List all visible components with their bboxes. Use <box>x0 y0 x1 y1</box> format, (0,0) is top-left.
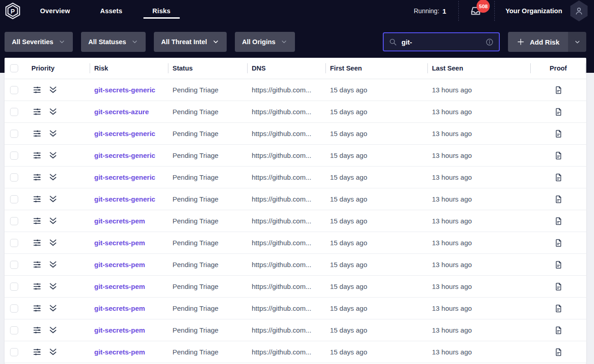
row-checkbox[interactable] <box>10 195 18 203</box>
risk-name-link[interactable]: git-secrets-generic <box>94 195 155 203</box>
running-jobs-indicator[interactable]: Running: 1 <box>414 7 446 15</box>
info-icon[interactable] <box>485 38 494 46</box>
proof-document-button[interactable] <box>553 260 564 270</box>
proof-document-button[interactable] <box>553 216 564 226</box>
column-header-priority[interactable]: Priority <box>27 58 90 79</box>
user-avatar[interactable] <box>569 0 589 21</box>
add-risk-button[interactable]: Add Risk <box>508 32 568 52</box>
row-checkbox[interactable] <box>10 130 18 138</box>
risk-cell: git-secrets-pem <box>90 304 168 312</box>
priority-adjust-button[interactable] <box>32 151 42 161</box>
proof-document-button[interactable] <box>553 347 564 357</box>
brand-logo-icon: P <box>5 2 21 20</box>
expand-row-button[interactable] <box>48 216 58 226</box>
proof-document-button[interactable] <box>553 282 564 292</box>
expand-row-button[interactable] <box>48 325 58 335</box>
proof-document-button[interactable] <box>553 303 564 313</box>
filter-origins-dropdown[interactable]: All Origins <box>235 32 295 52</box>
filter-statuses-dropdown[interactable]: All Statuses <box>81 32 146 52</box>
risk-name-link[interactable]: git-secrets-pem <box>94 217 145 225</box>
risk-name-link[interactable]: git-secrets-azure <box>94 108 149 116</box>
document-icon <box>554 260 563 269</box>
row-checkbox[interactable] <box>10 217 18 225</box>
row-checkbox[interactable] <box>10 283 18 291</box>
expand-row-button[interactable] <box>48 129 58 139</box>
risk-name-link[interactable]: git-secrets-generic <box>94 86 155 94</box>
proof-document-button[interactable] <box>553 238 564 248</box>
column-header-status[interactable]: Status <box>168 58 247 79</box>
row-checkbox[interactable] <box>10 326 18 334</box>
row-checkbox[interactable] <box>10 108 18 116</box>
risk-name-link[interactable]: git-secrets-pem <box>94 261 145 268</box>
nav-item-overview[interactable]: Overview <box>31 0 79 22</box>
priority-adjust-button[interactable] <box>32 303 42 313</box>
risk-cell: git-secrets-generic <box>90 152 168 159</box>
search-input[interactable] <box>401 38 481 46</box>
row-checkbox[interactable] <box>10 173 18 182</box>
proof-document-button[interactable] <box>553 172 564 182</box>
expand-row-button[interactable] <box>48 194 58 204</box>
proof-document-button[interactable] <box>553 107 564 117</box>
add-risk-menu-button[interactable] <box>568 32 586 52</box>
expand-row-button[interactable] <box>48 303 58 313</box>
nav-item-assets[interactable]: Assets <box>91 0 132 22</box>
expand-row-button[interactable] <box>48 260 58 270</box>
filter-threat-intel-dropdown[interactable]: All Threat Intel <box>154 32 227 52</box>
expand-row-button[interactable] <box>48 107 58 117</box>
priority-adjust-button[interactable] <box>32 129 42 139</box>
priority-adjust-button[interactable] <box>32 282 42 292</box>
expand-row-button[interactable] <box>48 238 58 248</box>
proof-document-button[interactable] <box>553 194 564 204</box>
nav-item-risks[interactable]: Risks <box>143 0 180 22</box>
notifications-button[interactable]: 508 <box>469 5 482 17</box>
risk-name-link[interactable]: git-secrets-pem <box>94 304 145 312</box>
priority-adjust-button[interactable] <box>32 172 42 182</box>
status-cell: Pending Triage <box>168 86 247 94</box>
risk-name-link[interactable]: git-secrets-generic <box>94 130 155 137</box>
expand-row-button[interactable] <box>48 172 58 182</box>
chevron-down-icon <box>131 38 138 46</box>
risk-name-link[interactable]: git-secrets-pem <box>94 326 145 334</box>
proof-document-button[interactable] <box>553 325 564 335</box>
row-checkbox[interactable] <box>10 86 18 94</box>
row-checkbox[interactable] <box>10 304 18 313</box>
column-header-last-seen[interactable]: Last Seen <box>427 58 530 79</box>
proof-document-button[interactable] <box>553 151 564 161</box>
row-select-cell <box>5 239 27 247</box>
expand-row-button[interactable] <box>48 347 58 357</box>
row-checkbox[interactable] <box>10 261 18 269</box>
priority-adjust-button[interactable] <box>32 347 42 357</box>
proof-document-button[interactable] <box>553 129 564 139</box>
proof-document-button[interactable] <box>553 85 564 95</box>
row-checkbox[interactable] <box>10 152 18 160</box>
chevron-down-icon <box>58 38 66 46</box>
column-header-first-seen[interactable]: First Seen <box>325 58 427 79</box>
priority-cell <box>27 194 90 204</box>
sliders-icon <box>32 172 42 182</box>
column-header-dns[interactable]: DNS <box>247 58 325 79</box>
filter-severities-dropdown[interactable]: All Severities <box>5 32 73 52</box>
expand-row-button[interactable] <box>48 151 58 161</box>
priority-adjust-button[interactable] <box>32 238 42 248</box>
row-checkbox[interactable] <box>10 239 18 247</box>
priority-adjust-button[interactable] <box>32 260 42 270</box>
risk-name-link[interactable]: git-secrets-generic <box>94 173 155 181</box>
priority-adjust-button[interactable] <box>32 216 42 226</box>
priority-adjust-button[interactable] <box>32 107 42 117</box>
risk-name-link[interactable]: git-secrets-pem <box>94 239 145 247</box>
column-header-risk[interactable]: Risk <box>90 58 168 79</box>
priority-adjust-button[interactable] <box>32 325 42 335</box>
table-header-row: Priority Risk Status DNS First Seen Last… <box>5 58 586 79</box>
priority-adjust-button[interactable] <box>32 85 42 95</box>
select-all-checkbox[interactable] <box>10 64 18 72</box>
expand-row-button[interactable] <box>48 85 58 95</box>
column-header-proof[interactable]: Proof <box>530 58 586 79</box>
risk-name-link[interactable]: git-secrets-pem <box>94 283 145 290</box>
dashed-separator <box>494 1 495 21</box>
row-checkbox[interactable] <box>10 348 18 356</box>
person-icon <box>574 6 584 16</box>
risk-name-link[interactable]: git-secrets-pem <box>94 348 145 356</box>
risk-name-link[interactable]: git-secrets-generic <box>94 152 155 159</box>
expand-row-button[interactable] <box>48 282 58 292</box>
priority-adjust-button[interactable] <box>32 194 42 204</box>
